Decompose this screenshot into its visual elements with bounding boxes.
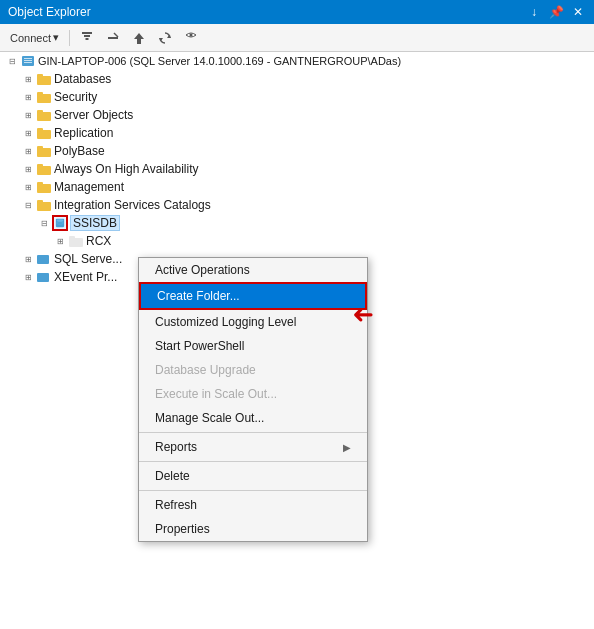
security-label: Security xyxy=(54,90,97,104)
close-button[interactable]: ✕ xyxy=(570,4,586,20)
context-menu-separator-1 xyxy=(139,432,367,433)
svg-rect-3 xyxy=(108,37,118,39)
title-bar-title: Object Explorer xyxy=(8,5,91,19)
title-bar-left: Object Explorer xyxy=(8,5,91,19)
replication-node[interactable]: ⊞ Replication xyxy=(0,124,594,142)
context-menu-refresh[interactable]: Refresh xyxy=(139,493,367,517)
management-node[interactable]: ⊞ Management xyxy=(0,178,594,196)
context-menu-create-folder[interactable]: Create Folder... xyxy=(139,282,367,310)
svg-rect-14 xyxy=(37,74,43,78)
ssisdb-icon xyxy=(52,215,68,231)
refresh-label: Refresh xyxy=(155,498,197,512)
toolbar-btn-2[interactable] xyxy=(102,29,124,47)
context-menu-separator-3 xyxy=(139,490,367,491)
tree-area: ⊟ GIN-LAPTOP-006 (SQL Server 14.0.1000.1… xyxy=(0,52,594,629)
svg-rect-33 xyxy=(69,236,75,240)
svg-rect-10 xyxy=(24,58,32,59)
svg-rect-28 xyxy=(37,200,43,204)
active-operations-label: Active Operations xyxy=(155,263,250,277)
ssisdb-label: SSISDB xyxy=(70,215,120,231)
databases-expand: ⊞ xyxy=(20,71,36,87)
svg-rect-1 xyxy=(84,35,90,37)
context-menu-customized-logging[interactable]: Customized Logging Level xyxy=(139,310,367,334)
start-powershell-label: Start PowerShell xyxy=(155,339,244,353)
svg-rect-2 xyxy=(85,38,88,40)
svg-rect-18 xyxy=(37,110,43,114)
context-menu-execute-scale-out: Execute in Scale Out... xyxy=(139,382,367,406)
svg-rect-20 xyxy=(37,128,43,132)
integration-services-icon xyxy=(36,197,52,213)
ssisdb-expand: ⊟ xyxy=(36,215,52,231)
toolbar-separator-1 xyxy=(69,30,70,46)
connect-label: Connect xyxy=(10,32,51,44)
toolbar-btn-3[interactable] xyxy=(128,29,150,47)
alwayson-node[interactable]: ⊞ Always On High Availability xyxy=(0,160,594,178)
server-objects-expand: ⊞ xyxy=(20,107,36,123)
rcx-icon xyxy=(68,233,84,249)
context-menu-properties[interactable]: Properties xyxy=(139,517,367,541)
rcx-expand: ⊞ xyxy=(52,233,68,249)
polybase-label: PolyBase xyxy=(54,144,105,158)
svg-marker-5 xyxy=(134,33,144,44)
integration-services-node[interactable]: ⊟ Integration Services Catalogs xyxy=(0,196,594,214)
replication-expand: ⊞ xyxy=(20,125,36,141)
server-objects-icon xyxy=(36,107,52,123)
svg-rect-22 xyxy=(37,146,43,150)
connect-button[interactable]: Connect ▾ xyxy=(6,29,63,46)
manage-scale-out-label: Manage Scale Out... xyxy=(155,411,264,425)
databases-node[interactable]: ⊞ Databases xyxy=(0,70,594,88)
svg-rect-12 xyxy=(24,62,32,63)
pin-button[interactable]: 📌 xyxy=(548,4,564,20)
svg-point-30 xyxy=(57,219,64,222)
svg-rect-26 xyxy=(37,182,43,186)
svg-line-4 xyxy=(114,33,118,37)
alwayson-expand: ⊞ xyxy=(20,161,36,177)
xevent-expand: ⊞ xyxy=(20,269,36,285)
svg-rect-35 xyxy=(37,273,49,282)
svg-rect-0 xyxy=(82,32,92,34)
databases-label: Databases xyxy=(54,72,111,86)
context-menu-active-operations[interactable]: Active Operations xyxy=(139,258,367,282)
context-menu-separator-2 xyxy=(139,461,367,462)
reports-label: Reports xyxy=(155,440,197,454)
toolbar-btn-4[interactable] xyxy=(154,29,176,47)
polybase-node[interactable]: ⊞ PolyBase xyxy=(0,142,594,160)
reports-arrow-icon: ▶ xyxy=(343,442,351,453)
xevent-icon xyxy=(36,269,52,285)
server-icon xyxy=(20,53,36,69)
security-node[interactable]: ⊞ Security xyxy=(0,88,594,106)
context-menu-start-powershell[interactable]: Start PowerShell xyxy=(139,334,367,358)
server-objects-node[interactable]: ⊞ Server Objects xyxy=(0,106,594,124)
execute-scale-out-label: Execute in Scale Out... xyxy=(155,387,277,401)
title-bar: Object Explorer ↓ 📌 ✕ xyxy=(0,0,594,24)
refresh-icon xyxy=(158,31,172,45)
replication-icon xyxy=(36,125,52,141)
polybase-expand: ⊞ xyxy=(20,143,36,159)
server-node[interactable]: ⊟ GIN-LAPTOP-006 (SQL Server 14.0.1000.1… xyxy=(0,52,594,70)
rcx-node[interactable]: ⊞ RCX xyxy=(0,232,594,250)
context-menu: Active Operations Create Folder... Custo… xyxy=(138,257,368,542)
create-folder-label: Create Folder... xyxy=(157,289,240,303)
database-upgrade-label: Database Upgrade xyxy=(155,363,256,377)
server-objects-label: Server Objects xyxy=(54,108,133,122)
connect-arrow: ▾ xyxy=(53,31,59,44)
auto-hide-button[interactable]: ↓ xyxy=(526,4,542,20)
sqlserver-label: SQL Serve... xyxy=(54,252,122,266)
summary-icon xyxy=(184,31,198,45)
toolbar-btn-5[interactable] xyxy=(180,29,202,47)
svg-point-8 xyxy=(189,33,192,36)
context-menu-reports[interactable]: Reports ▶ xyxy=(139,435,367,459)
svg-rect-24 xyxy=(37,164,43,168)
management-label: Management xyxy=(54,180,124,194)
context-menu-delete[interactable]: Delete xyxy=(139,464,367,488)
context-menu-manage-scale-out[interactable]: Manage Scale Out... xyxy=(139,406,367,430)
toolbar: Connect ▾ xyxy=(0,24,594,52)
management-expand: ⊞ xyxy=(20,179,36,195)
rcx-label: RCX xyxy=(86,234,111,248)
disconnect-icon xyxy=(106,31,120,45)
polybase-icon xyxy=(36,143,52,159)
toolbar-btn-1[interactable] xyxy=(76,29,98,47)
security-folder-icon xyxy=(36,89,52,105)
replication-label: Replication xyxy=(54,126,113,140)
ssisdb-node[interactable]: ⊟ SSISDB xyxy=(0,214,594,232)
